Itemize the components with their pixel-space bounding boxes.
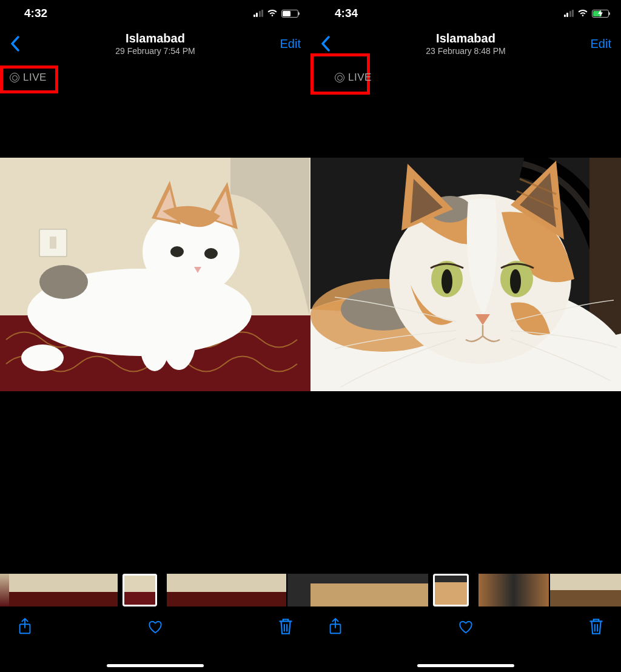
svg-point-15 <box>204 248 218 259</box>
status-icons <box>564 9 609 18</box>
photo-datetime: 29 February 7:54 PM <box>0 46 310 56</box>
wifi-icon <box>577 9 588 18</box>
edit-button[interactable]: Edit <box>591 37 611 51</box>
status-time: 4:32 <box>24 7 47 20</box>
thumb-group[interactable] <box>287 574 310 606</box>
svg-rect-3 <box>50 237 56 249</box>
home-indicator[interactable] <box>107 664 204 667</box>
svg-point-5 <box>39 265 88 299</box>
favorite-button[interactable] <box>146 617 164 636</box>
status-bar: 4:32 <box>0 0 310 27</box>
live-label: LIVE <box>23 72 47 84</box>
status-icons <box>253 9 299 18</box>
wifi-icon <box>267 9 278 18</box>
thumb-group[interactable] <box>310 574 428 606</box>
screen-right: 4:34 Islamabad 23 February 8:48 PM Edi <box>310 0 621 672</box>
thumb-selected[interactable] <box>433 574 468 606</box>
location-title: Islamabad <box>310 32 621 45</box>
thumb-group[interactable] <box>0 574 9 606</box>
delete-button[interactable] <box>587 617 605 636</box>
live-photo-badge[interactable]: LIVE <box>331 70 375 85</box>
svg-marker-18 <box>598 10 603 17</box>
share-button[interactable] <box>16 617 34 636</box>
home-indicator[interactable] <box>417 664 514 667</box>
side-by-side-screens: 4:32 Islamabad 29 February 7:54 PM Edit <box>0 0 621 672</box>
bottom-toolbar <box>0 609 310 672</box>
favorite-button[interactable] <box>457 617 475 636</box>
svg-point-35 <box>510 269 521 294</box>
status-bar: 4:34 <box>310 0 621 27</box>
live-photo-badge[interactable]: LIVE <box>6 70 50 85</box>
live-label: LIVE <box>348 72 372 84</box>
live-icon <box>335 73 344 82</box>
location-title: Islamabad <box>0 32 310 45</box>
battery-icon <box>281 10 298 18</box>
svg-point-6 <box>21 344 64 371</box>
thumb-group[interactable] <box>167 574 287 606</box>
thumb-selected[interactable] <box>123 574 157 606</box>
svg-point-8 <box>140 320 169 371</box>
svg-point-14 <box>170 246 184 257</box>
back-button[interactable] <box>320 35 331 52</box>
thumb-group[interactable] <box>478 574 549 606</box>
share-button[interactable] <box>326 617 344 636</box>
thumb-group[interactable] <box>9 574 118 606</box>
delete-button[interactable] <box>277 617 295 636</box>
thumbnail-scrubber[interactable] <box>0 574 310 606</box>
photo-viewer[interactable] <box>310 158 621 391</box>
thumb-group[interactable] <box>550 574 621 606</box>
thumbnail-scrubber[interactable] <box>310 574 621 606</box>
live-icon <box>10 73 19 82</box>
screen-left: 4:32 Islamabad 29 February 7:54 PM Edit <box>0 0 310 672</box>
edit-button[interactable]: Edit <box>280 37 301 51</box>
status-time: 4:34 <box>335 7 358 20</box>
bottom-toolbar <box>310 609 621 672</box>
title-block: Islamabad 29 February 7:54 PM <box>0 32 310 56</box>
cellular-signal-icon <box>564 10 574 17</box>
battery-charging-icon <box>592 10 609 18</box>
back-button[interactable] <box>10 35 21 52</box>
cellular-signal-icon <box>253 10 264 17</box>
title-block: Islamabad 23 February 8:48 PM <box>310 32 621 56</box>
photo-viewer[interactable] <box>0 158 310 391</box>
svg-point-33 <box>441 269 452 294</box>
nav-bar: Islamabad 29 February 7:54 PM Edit <box>0 27 310 61</box>
